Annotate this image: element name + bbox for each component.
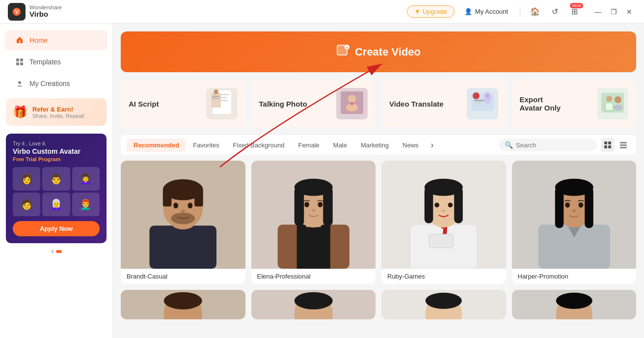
avatar-name-harper: Harper-Promotion — [512, 269, 637, 284]
feature-card-talking-photo[interactable]: Talking Photo — [251, 80, 376, 127]
feature-card-video-translate[interactable]: Video Translate — [381, 80, 506, 127]
sidebar-item-templates[interactable]: Templates — [5, 52, 107, 72]
my-account-button[interactable]: 👤 My Account — [460, 6, 512, 17]
avatar-section: Brandt-Casual — [121, 161, 636, 284]
avatar-grid: Brandt-Casual — [121, 161, 636, 284]
svg-text:V: V — [15, 9, 19, 15]
svg-rect-20 — [212, 98, 218, 99]
svg-point-35 — [614, 105, 622, 111]
svg-point-51 — [181, 210, 185, 213]
filter-tab-recommended[interactable]: Recommended — [127, 139, 186, 152]
feature-card-export-avatar[interactable]: Export Avatar Only — [512, 80, 637, 127]
filter-tab-favorites[interactable]: Favorites — [186, 139, 226, 152]
export-avatar-image — [597, 88, 628, 119]
avatar-card-elena[interactable]: Elena-Professional — [251, 161, 376, 284]
svg-point-85 — [572, 209, 576, 212]
avatar-image-harper — [512, 161, 637, 269]
svg-point-24 — [350, 102, 353, 105]
svg-point-30 — [485, 94, 489, 98]
svg-rect-39 — [608, 145, 611, 148]
home-label: Home — [29, 36, 48, 44]
dot-2 — [56, 250, 62, 253]
history-icon[interactable]: ↺ — [548, 5, 562, 19]
new-badge: NEW — [570, 3, 583, 8]
avatar-image-ruby — [381, 161, 506, 269]
avatar-card-bottom-1[interactable] — [121, 290, 245, 319]
filter-tab-marketing[interactable]: Marketing — [354, 139, 396, 152]
svg-rect-58 — [294, 187, 304, 225]
svg-rect-47 — [163, 190, 172, 206]
search-input[interactable] — [516, 141, 585, 149]
apply-now-button[interactable]: Apply Now — [13, 221, 100, 236]
svg-rect-71 — [454, 187, 463, 223]
svg-rect-5 — [16, 58, 19, 61]
svg-rect-8 — [20, 62, 23, 65]
titlebar: V Wondershare Virbo ▼ Upgrade 👤 My Accou… — [0, 0, 644, 24]
help-icon[interactable]: 🏠 — [528, 5, 542, 19]
avatar-card-bottom-3[interactable] — [381, 290, 506, 319]
avatar-grid-bottom — [121, 290, 636, 319]
svg-rect-6 — [20, 58, 23, 61]
talking-photo-image — [336, 88, 368, 119]
filter-tab-male[interactable]: Male — [326, 139, 354, 152]
create-video-button[interactable]: + Create Video — [121, 31, 636, 72]
ai-script-title: AI Script — [129, 100, 200, 108]
avatar-image-bottom-3 — [381, 290, 506, 319]
thumb-3: 👩‍🦱 — [72, 167, 100, 191]
app-logo: V Wondershare Virbo — [8, 3, 62, 21]
refer-sub: Share, Invite, Repeat! — [32, 113, 84, 119]
video-translate-title: Video Translate — [389, 100, 461, 108]
svg-rect-19 — [212, 96, 220, 97]
svg-rect-70 — [425, 187, 433, 223]
list-view-button[interactable] — [617, 138, 630, 152]
thumb-2: 👨 — [42, 167, 70, 191]
custom-avatar-banner[interactable]: Try it , Love it. Virbo Custom Avatar Fr… — [6, 134, 107, 243]
upgrade-arrow: ▼ — [414, 8, 421, 15]
logo-name: Virbo — [29, 10, 62, 19]
filter-tab-fixed-background[interactable]: Fixed Background — [226, 139, 292, 152]
thumb-6: 👨‍🦰 — [72, 193, 100, 216]
avatar-card-harper[interactable]: Harper-Promotion — [512, 161, 637, 284]
svg-rect-36 — [604, 141, 607, 144]
grid-view-button[interactable] — [601, 138, 615, 152]
view-toggle — [601, 138, 630, 152]
svg-point-26 — [473, 92, 480, 99]
my-creations-icon — [15, 79, 25, 88]
svg-point-62 — [312, 209, 315, 212]
maximize-button[interactable]: ❐ — [607, 5, 620, 19]
filter-tab-female[interactable]: Female — [291, 139, 326, 152]
more-filters-button[interactable]: › — [426, 138, 439, 152]
svg-rect-38 — [604, 145, 607, 148]
svg-rect-37 — [608, 141, 611, 144]
window-controls: — ❐ ✕ — [591, 5, 636, 19]
svg-point-73 — [448, 202, 453, 207]
feature-card-ai-script[interactable]: AI Script — [121, 80, 245, 127]
avatar-card-bottom-4[interactable] — [512, 290, 637, 319]
refer-banner[interactable]: 🎁 Refer & Earn! Share, Invite, Repeat! — [6, 98, 107, 126]
avatar-name-elena: Elena-Professional — [251, 269, 376, 284]
svg-point-60 — [304, 202, 309, 207]
svg-point-9 — [18, 81, 21, 84]
svg-text:+: + — [346, 46, 349, 50]
svg-point-32 — [606, 96, 612, 102]
avatar-card-ruby[interactable]: Ruby-Games — [381, 161, 506, 284]
filter-tab-news[interactable]: News — [396, 139, 426, 152]
svg-rect-66 — [429, 234, 454, 248]
avatar-card-brandt[interactable]: Brandt-Casual — [121, 161, 245, 284]
refer-title: Refer & Earn! — [32, 106, 84, 113]
feature-cards: AI Script Talking Photo — [121, 80, 636, 127]
sidebar: Home Templates My Creations 🎁 Refer & Ea… — [0, 24, 113, 338]
avatar-card-bottom-2[interactable] — [251, 290, 376, 319]
close-button[interactable]: ✕ — [622, 5, 636, 19]
sidebar-item-home[interactable]: Home — [5, 30, 107, 50]
create-video-label: Create Video — [355, 46, 421, 58]
custom-avatar-brand: Virbo Custom Avatar — [13, 147, 100, 155]
svg-point-72 — [434, 202, 439, 207]
svg-rect-54 — [296, 225, 330, 269]
svg-rect-7 — [16, 62, 19, 65]
sidebar-item-my-creations[interactable]: My Creations — [5, 74, 107, 93]
minimize-button[interactable]: — — [591, 5, 605, 19]
main-layout: Home Templates My Creations 🎁 Refer & Ea… — [0, 24, 644, 338]
upgrade-button[interactable]: ▼ Upgrade — [407, 5, 455, 18]
my-creations-label: My Creations — [29, 80, 70, 87]
